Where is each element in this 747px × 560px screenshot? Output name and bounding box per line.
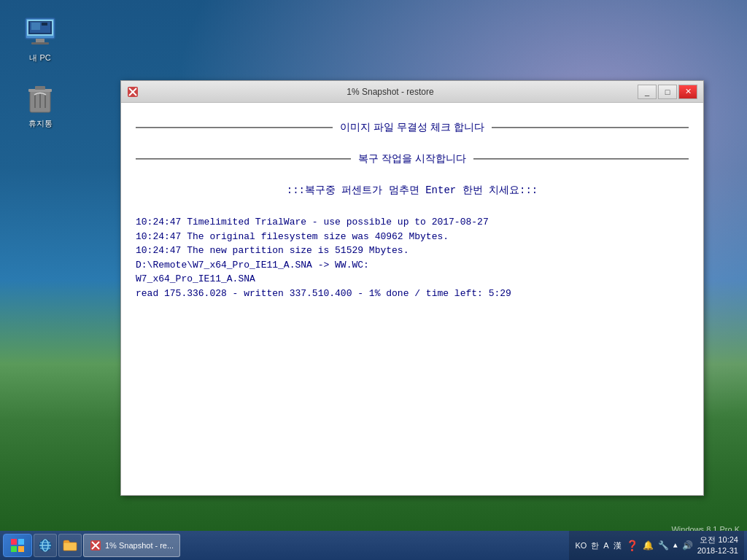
console-line-1: 10:24:47 The original filesystem size wa… (136, 230, 689, 244)
my-pc-label: 내 PC (29, 52, 50, 63)
svg-rect-20 (18, 546, 24, 552)
window-titlebar[interactable]: 1% Snapshot - restore _ □ ✕ (121, 81, 703, 103)
tray-volume-icon[interactable]: 🔊 (682, 540, 693, 551)
svg-rect-6 (31, 23, 40, 30)
window-app-icon (127, 86, 139, 98)
recycle-bin-icon (23, 80, 58, 115)
desktop-icon-recycle-bin[interactable]: 휴지통 (15, 80, 66, 129)
folder-icon (63, 539, 77, 552)
start-button[interactable] (3, 534, 32, 557)
console-line-6: read 175.336.028 - written 337.510.400 -… (136, 287, 689, 301)
taskbar-snapshot-button[interactable]: 1% Snapshot - re... (83, 534, 180, 557)
svg-rect-3 (31, 42, 49, 44)
prompt-text: :::복구중 퍼센트가 멈추면 Enter 한번 치세요::: (287, 184, 538, 196)
svg-rect-2 (36, 39, 44, 42)
clock-time: 오전 10:24 (700, 534, 738, 545)
snapshot-app-icon-small (90, 540, 101, 551)
section-recovery: 복구 작업을 시작합니다 (121, 141, 703, 169)
integrity-text: 이미지 파일 무결성 체크 합니다 (340, 121, 484, 134)
desktop-icon-my-pc[interactable]: 내 PC (15, 15, 66, 63)
svg-rect-19 (11, 546, 17, 552)
system-tray: KO 한 A 漢 ❓ 🔔 🔧 ▲ 🔊 오전 10:24 2018-12-31 (569, 531, 744, 560)
snapshot-window: 1% Snapshot - restore _ □ ✕ 이미지 파일 무결성 체… (120, 80, 704, 496)
tray-up-icon[interactable]: ▲ (673, 542, 678, 550)
divider-line-left2 (136, 158, 351, 160)
taskbar-ie-button[interactable] (34, 534, 57, 557)
tray-tool-icon[interactable]: 🔧 (658, 540, 669, 551)
section-integrity: 이미지 파일 무결성 체크 합니다 (121, 110, 703, 138)
divider-line-right (492, 127, 689, 128)
tray-notify-icon[interactable]: 🔔 (643, 540, 654, 551)
tray-a: A (603, 541, 608, 550)
window-controls: _ □ ✕ (638, 85, 697, 99)
tray-han: 한 (591, 540, 599, 551)
desktop: 내 PC 휴지통 (0, 0, 747, 560)
taskbar-folder-button[interactable] (58, 534, 82, 557)
tray-help-icon[interactable]: ❓ (626, 540, 638, 552)
console-output: 10:24:47 Timelimited TrialWare - use pos… (121, 208, 703, 495)
console-line-0: 10:24:47 Timelimited TrialWare - use pos… (136, 215, 689, 230)
svg-rect-17 (11, 539, 17, 545)
enter-prompt: :::복구중 퍼센트가 멈추면 Enter 한번 치세요::: (121, 184, 703, 197)
divider-integrity: 이미지 파일 무결성 체크 합니다 (136, 121, 689, 134)
console-line-4: D:\Remote\W7_x64_Pro_IE11_A.SNA -> WW.WC… (136, 258, 689, 273)
maximize-button[interactable]: □ (658, 85, 677, 99)
divider-line-left (136, 127, 333, 128)
tray-hanja: 漢 (614, 540, 622, 551)
svg-rect-26 (63, 542, 77, 551)
svg-rect-10 (35, 86, 45, 90)
close-button[interactable]: ✕ (678, 85, 697, 99)
svg-rect-18 (18, 539, 24, 545)
divider-line-right2 (473, 158, 689, 160)
clock-date: 2018-12-31 (697, 545, 738, 556)
taskbar: 1% Snapshot - re... KO 한 A 漢 ❓ 🔔 🔧 ▲ 🔊 오… (0, 531, 747, 560)
svg-rect-7 (42, 23, 47, 26)
ie-icon (38, 538, 53, 553)
console-line-5: W7_x64_Pro_IE11_A.SNA (136, 272, 689, 287)
divider-recovery: 복구 작업을 시작합니다 (136, 152, 689, 166)
clock-area[interactable]: 오전 10:24 2018-12-31 (697, 534, 738, 557)
console-line-2: 10:24:47 The new partition size is 51529… (136, 244, 689, 258)
taskbar-snapshot-label: 1% Snapshot - re... (105, 541, 174, 550)
my-pc-icon (23, 15, 58, 50)
window-title: 1% Snapshot - restore (143, 87, 638, 97)
tray-ko: KO (575, 541, 587, 550)
windows-logo-icon (10, 538, 25, 553)
window-content: 이미지 파일 무결성 체크 합니다 복구 작업을 시작합니다 :::복구중 퍼센… (121, 103, 703, 495)
minimize-button[interactable]: _ (638, 85, 657, 99)
recovery-text: 복구 작업을 시작합니다 (358, 152, 466, 166)
recycle-bin-label: 휴지통 (28, 118, 53, 129)
